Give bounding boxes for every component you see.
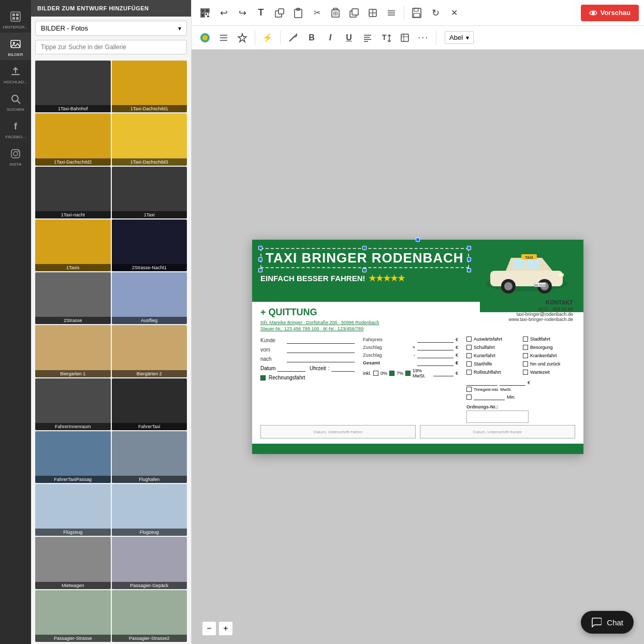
preview-button[interactable]: Vorschau	[581, 5, 639, 21]
sel-tr[interactable]	[467, 246, 471, 250]
lightning-button[interactable]: ⚡	[259, 30, 276, 46]
list-item[interactable]: Passagier-Strasse	[35, 590, 111, 642]
list-item[interactable]: 1Taxi-Dachschild3	[112, 113, 187, 165]
list-item[interactable]: 1Taxi-Dachschild1	[112, 61, 187, 112]
sel-bc[interactable]	[362, 268, 367, 272]
nach-input[interactable]	[287, 355, 355, 362]
chat-bubble[interactable]: Chat	[581, 611, 634, 634]
scissors-button[interactable]: ✂	[309, 5, 325, 21]
sel-bl[interactable]	[258, 268, 262, 272]
schulfahrt-cb[interactable]	[466, 345, 472, 350]
close-button[interactable]: ✕	[446, 5, 462, 21]
zuschlag2-input[interactable]	[417, 352, 453, 358]
list-item[interactable]: Passagier-Strasse2	[112, 590, 187, 642]
align-button[interactable]	[215, 30, 232, 46]
shape-button[interactable]	[271, 5, 288, 21]
text-align-button[interactable]	[359, 30, 376, 46]
font-selector[interactable]: Abel ▾	[445, 31, 474, 44]
qr-code-button[interactable]	[197, 5, 213, 21]
kunde-input[interactable]	[287, 336, 355, 344]
rechnungsfahrt-checkbox[interactable]	[260, 375, 266, 380]
list-item[interactable]: Passagier-Gepäck	[112, 537, 187, 589]
zoom-out-button[interactable]: −	[202, 621, 216, 636]
vom-input[interactable]	[287, 346, 355, 353]
list-item[interactable]: 1Taxi-nacht	[35, 167, 111, 218]
trinkgeld-mwst-cb[interactable]	[466, 387, 472, 392]
save-button[interactable]	[408, 5, 425, 21]
list-item[interactable]: Flughafen	[112, 431, 187, 483]
text-button[interactable]: T	[253, 5, 269, 21]
more-options-button[interactable]: ···	[415, 30, 432, 46]
sidebar-item-hintergrund[interactable]: HINTERGR...	[0, 5, 31, 33]
sidebar-item-hochlad[interactable]: HOCHLAD...	[0, 60, 31, 87]
starthilfe-cb[interactable]	[466, 361, 472, 367]
crop-button[interactable]	[397, 30, 413, 46]
rollstuhl-cb[interactable]	[466, 370, 472, 375]
trinkgeld-input[interactable]	[466, 379, 497, 386]
italic-button[interactable]: I	[322, 30, 339, 46]
list-item[interactable]: Biergärten 2	[112, 325, 187, 377]
duplicate-button[interactable]	[346, 5, 362, 21]
sel-lc[interactable]	[258, 257, 262, 261]
datum-input[interactable]	[277, 364, 305, 372]
fahrpreis-input[interactable]	[417, 336, 453, 343]
sidebar-item-insta[interactable]: INSTA	[0, 142, 31, 170]
sel-tl[interactable]	[258, 246, 262, 250]
trinkgeld-amount[interactable]	[500, 379, 525, 386]
canvas-area[interactable]: TAXI BRINGER RODENBACH EINFACH BESSER FA…	[192, 50, 644, 644]
uhrzeit-input[interactable]	[331, 364, 355, 372]
list-item[interactable]: 1Taxi-Bahnhof	[35, 61, 111, 112]
list-item[interactable]: Flugzeug	[112, 484, 187, 536]
gesamt-input[interactable]	[417, 360, 453, 366]
layers-button[interactable]	[383, 5, 400, 21]
list-item[interactable]: Biergarten 1	[35, 325, 111, 377]
min-input[interactable]	[474, 394, 505, 400]
list-item[interactable]: 2Strasse-Nacht1	[112, 219, 187, 271]
sel-tc[interactable]	[362, 246, 367, 250]
sel-br[interactable]	[467, 268, 471, 272]
krankenfahrt-cb[interactable]	[523, 353, 528, 358]
sidebar-item-bilder[interactable]: BILDER	[0, 33, 31, 60]
stadtfahrt-cb[interactable]	[523, 336, 528, 342]
wartezeit-cb[interactable]	[523, 370, 528, 375]
list-item[interactable]: 1Taxi	[112, 167, 187, 218]
pen-button[interactable]	[285, 30, 301, 46]
list-item[interactable]: FahrerTaxiPassag	[35, 431, 111, 483]
kurierfahrt-cb[interactable]	[466, 353, 472, 358]
clipboard-button[interactable]	[290, 5, 306, 21]
list-item[interactable]: FahrerInnenraum	[35, 378, 111, 430]
extra-cb[interactable]	[466, 394, 472, 400]
zuschlag1-input[interactable]	[417, 344, 453, 350]
list-item[interactable]: Flügzeug	[35, 484, 111, 536]
effects-button[interactable]	[234, 30, 251, 46]
selection-handle-top[interactable]	[416, 238, 420, 242]
refresh-button[interactable]: ↻	[427, 5, 444, 21]
list-item[interactable]: Mietwagen	[35, 537, 111, 589]
list-item[interactable]: 1Taxis	[35, 219, 111, 271]
vat-amount-input[interactable]	[433, 370, 453, 376]
vat0-checkbox[interactable]	[373, 371, 378, 376]
trash-button[interactable]	[327, 5, 344, 21]
underline-button[interactable]: U	[341, 30, 357, 46]
list-item[interactable]: Ausflieg	[112, 272, 187, 324]
sidebar-item-suchen[interactable]: SUCHEN	[0, 87, 31, 115]
sel-rc[interactable]	[467, 257, 471, 261]
undo-button[interactable]: ↩	[215, 5, 232, 21]
list-item[interactable]: FahrerTaxi	[112, 378, 187, 430]
ordnungsnr-input[interactable]	[466, 411, 529, 423]
hinzurueck-cb[interactable]	[523, 361, 528, 367]
text-size-button[interactable]: T	[378, 30, 394, 46]
gallery-search-input[interactable]	[35, 40, 187, 54]
zoom-in-button[interactable]: +	[218, 621, 233, 636]
list-item[interactable]: 2Strasse	[35, 272, 111, 324]
list-item[interactable]: 1Taxi-Dachschild2	[35, 113, 111, 165]
redo-button[interactable]: ↪	[234, 5, 251, 21]
arrange-button[interactable]	[364, 5, 381, 21]
auswaerts-cb[interactable]	[466, 336, 472, 342]
besorgung-cb[interactable]	[523, 345, 528, 350]
vat19-checkbox[interactable]	[405, 371, 411, 376]
bold-button[interactable]: B	[303, 30, 320, 46]
sidebar-item-facebook[interactable]: f FACEBO...	[0, 115, 31, 142]
vat7-checkbox[interactable]	[389, 371, 394, 376]
category-dropdown[interactable]: BILDER - Fotos ▾	[35, 21, 187, 36]
